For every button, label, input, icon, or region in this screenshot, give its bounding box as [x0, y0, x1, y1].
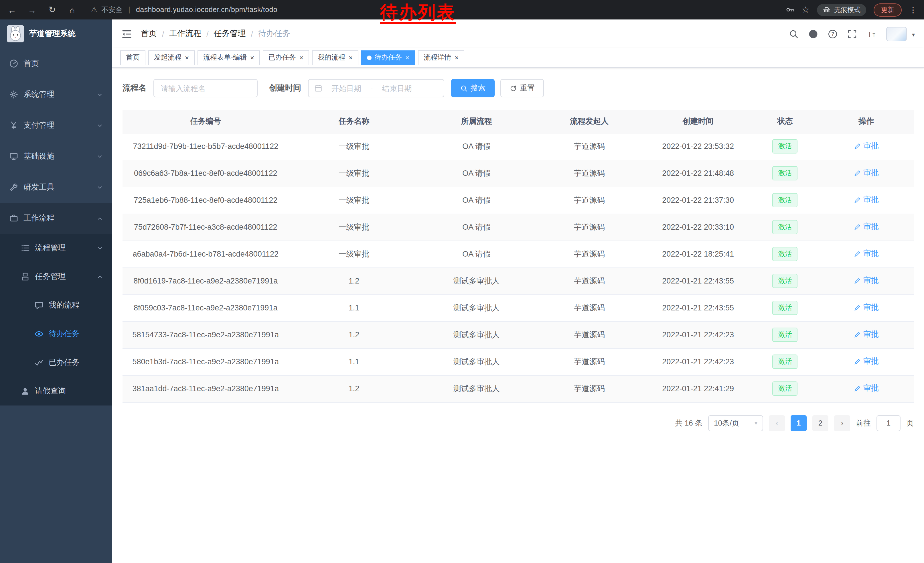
close-icon[interactable]: × — [349, 54, 352, 61]
approve-link[interactable]: 审批 — [854, 168, 879, 179]
column-header: 操作 — [819, 110, 914, 133]
svg-text:?: ? — [831, 31, 834, 37]
breadcrumb-separator: / — [251, 30, 253, 38]
collapse-sidebar-icon[interactable] — [122, 29, 132, 39]
created-time-cell: 2022-01-21 22:43:55 — [645, 267, 752, 294]
next-page-button[interactable]: › — [834, 415, 850, 431]
page-button-1[interactable]: 1 — [790, 415, 807, 431]
chevron-down-icon — [97, 122, 103, 129]
table-row: 069c6a63-7b8a-11ec-8ef0-acde48001122一级审批… — [123, 160, 914, 187]
trend-icon — [34, 358, 44, 367]
close-icon[interactable]: × — [250, 54, 254, 61]
sidebar-item-infrastructure[interactable]: 基础设施 — [0, 141, 112, 172]
approve-link[interactable]: 审批 — [854, 222, 879, 232]
bookmark-star-icon[interactable]: ☆ — [802, 5, 810, 15]
breadcrumb-item[interactable]: 工作流程 — [169, 29, 201, 39]
end-date-input[interactable] — [376, 83, 418, 93]
font-size-icon[interactable]: TT — [867, 29, 876, 39]
tab-todo-tasks[interactable]: 待办任务× — [361, 50, 415, 65]
tab-process-detail[interactable]: 流程详情× — [418, 50, 464, 65]
task-name-cell: 1.1 — [288, 348, 419, 375]
tab-initiate-process[interactable]: 发起流程× — [148, 50, 195, 65]
update-button[interactable]: 更新 — [874, 3, 902, 17]
created-time-cell: 2022-01-22 20:33:10 — [645, 214, 752, 240]
tab-home[interactable]: 首页 — [120, 50, 146, 65]
close-icon[interactable]: × — [299, 54, 303, 61]
approve-link[interactable]: 审批 — [854, 330, 879, 340]
task-id-cell: 725a1eb6-7b88-11ec-8ef0-acde48001122 — [123, 187, 288, 214]
sidebar-item-task-management[interactable]: 任务管理 — [0, 262, 112, 291]
search-icon[interactable] — [789, 29, 799, 39]
user-avatar[interactable] — [886, 27, 907, 41]
created-time-cell: 2022-01-21 22:41:29 — [645, 375, 752, 402]
process-cell: 测试多审批人 — [419, 321, 534, 348]
initiator-cell: 芋道源码 — [534, 187, 645, 214]
table-row: a6aba0a4-7b6d-11ec-b781-acde48001122一级审批… — [123, 240, 914, 267]
app-title: 芋道管理系统 — [29, 29, 76, 39]
edit-icon — [854, 277, 861, 285]
address-bar[interactable]: ⚠ 不安全 | dashboard.yudao.iocoder.cn/bpm/t… — [91, 5, 278, 15]
approve-link[interactable]: 审批 — [854, 383, 879, 394]
breadcrumb: 首页 / 工作流程 / 任务管理 / 待办任务 — [141, 29, 290, 39]
table-row: 8f059c03-7ac8-11ec-a9e2-a2380e71991a1.1测… — [123, 294, 914, 321]
sidebar-item-dev-tools[interactable]: 研发工具 — [0, 172, 112, 203]
created-time-cell: 2022-01-21 22:42:23 — [645, 348, 752, 375]
search-button[interactable]: 搜索 — [451, 79, 495, 98]
close-icon[interactable]: × — [405, 54, 410, 61]
column-header: 创建时间 — [645, 110, 752, 133]
table-row: 58154733-7ac8-11ec-a9e2-a2380e71991a1.2测… — [123, 321, 914, 348]
svg-text:T: T — [868, 30, 872, 38]
avatar-caret-icon[interactable]: ▾ — [912, 31, 915, 41]
approve-link[interactable]: 审批 — [854, 276, 879, 286]
reset-button[interactable]: 重置 — [500, 79, 544, 98]
breadcrumb-item[interactable]: 首页 — [141, 29, 157, 39]
fullscreen-icon[interactable] — [847, 29, 857, 39]
approve-link[interactable]: 审批 — [854, 141, 879, 152]
tool-icon — [9, 183, 18, 192]
security-label: 不安全 — [101, 5, 123, 15]
close-icon[interactable]: × — [185, 54, 189, 61]
prev-page-button[interactable]: ‹ — [769, 415, 785, 431]
page-button-2[interactable]: 2 — [812, 415, 828, 431]
approve-link[interactable]: 审批 — [854, 303, 879, 313]
process-name-input[interactable] — [153, 79, 258, 98]
back-icon[interactable]: ← — [7, 5, 17, 15]
page-size-select[interactable]: 10条/页 ▾ — [708, 415, 763, 431]
top-header: 首页 / 工作流程 / 任务管理 / 待办任务 ? TT ▾ — [112, 20, 924, 48]
sidebar-item-workflow[interactable]: 工作流程 — [0, 203, 112, 234]
sidebar-item-leave-query[interactable]: 请假查询 — [0, 377, 112, 405]
sidebar-item-payment-management[interactable]: 支付管理 — [0, 110, 112, 141]
date-range-picker[interactable]: - — [308, 79, 444, 98]
forward-icon[interactable]: → — [27, 5, 37, 15]
breadcrumb-separator: / — [162, 30, 164, 38]
active-dot — [367, 55, 372, 60]
start-date-input[interactable] — [325, 83, 368, 93]
sidebar-item-my-processes[interactable]: 我的流程 — [0, 291, 112, 320]
github-icon[interactable] — [808, 29, 818, 39]
goto-page-input[interactable] — [876, 415, 900, 431]
home-icon[interactable]: ⌂ — [67, 5, 77, 15]
breadcrumb-item[interactable]: 任务管理 — [214, 29, 246, 39]
sidebar-item-process-management[interactable]: 流程管理 — [0, 234, 112, 262]
approve-link[interactable]: 审批 — [854, 249, 879, 259]
approve-link[interactable]: 审批 — [854, 357, 879, 367]
app-logo[interactable]: 芋道管理系统 — [0, 20, 112, 48]
browser-menu-icon[interactable]: ⋮ — [909, 5, 917, 14]
tab-my-processes[interactable]: 我的流程× — [312, 50, 358, 65]
initiator-cell: 芋道源码 — [534, 267, 645, 294]
tab-process-form-edit[interactable]: 流程表单-编辑× — [198, 50, 260, 65]
sidebar-item-system-management[interactable]: 系统管理 — [0, 79, 112, 110]
incognito-label: 无痕模式 — [834, 6, 861, 14]
tab-done-tasks[interactable]: 已办任务× — [263, 50, 309, 65]
sidebar-item-todo-tasks[interactable]: 待办任务 — [0, 320, 112, 348]
approve-link[interactable]: 审批 — [854, 195, 879, 205]
help-icon[interactable]: ? — [828, 29, 837, 39]
key-icon[interactable] — [785, 5, 794, 14]
refresh-icon[interactable]: ↻ — [47, 5, 57, 15]
grid-icon — [21, 272, 30, 281]
tab-bar: 首页发起流程×流程表单-编辑×已办任务×我的流程×待办任务×流程详情× — [112, 48, 924, 68]
sidebar-item-label: 支付管理 — [24, 120, 54, 131]
close-icon[interactable]: × — [454, 54, 459, 61]
sidebar-item-done-tasks[interactable]: 已办任务 — [0, 348, 112, 377]
sidebar-item-home[interactable]: 首页 — [0, 48, 112, 79]
